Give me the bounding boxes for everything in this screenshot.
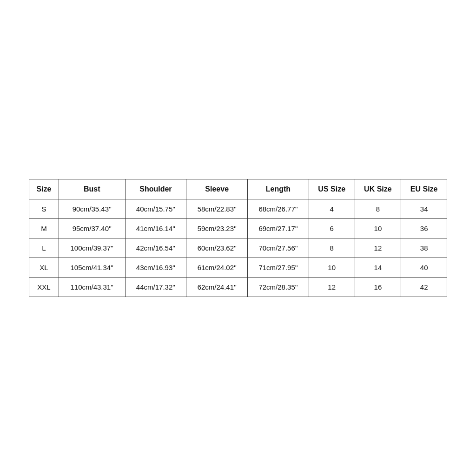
table-row: L100cm/39.37''42cm/16.54''60cm/23.62''70… bbox=[29, 238, 447, 258]
cell-uk-size: 14 bbox=[355, 258, 401, 278]
cell-sleeve: 58cm/22.83'' bbox=[186, 199, 248, 219]
header-bust: Bust bbox=[59, 179, 125, 199]
cell-bust: 90cm/35.43'' bbox=[59, 199, 125, 219]
cell-bust: 100cm/39.37'' bbox=[59, 238, 125, 258]
cell-sleeve: 60cm/23.62'' bbox=[186, 238, 248, 258]
cell-us-size: 10 bbox=[309, 258, 355, 278]
cell-shoulder: 40cm/15.75'' bbox=[125, 199, 186, 219]
cell-size: L bbox=[29, 238, 59, 258]
table-row: XXL110cm/43.31''44cm/17.32''62cm/24.41''… bbox=[29, 278, 447, 297]
table-row: M95cm/37.40''41cm/16.14''59cm/23.23''69c… bbox=[29, 219, 447, 238]
cell-length: 72cm/28.35'' bbox=[248, 278, 309, 297]
header-us-size: US Size bbox=[309, 179, 355, 199]
table-row: XL105cm/41.34''43cm/16.93''61cm/24.02''7… bbox=[29, 258, 447, 278]
cell-us-size: 8 bbox=[309, 238, 355, 258]
cell-bust: 110cm/43.31'' bbox=[59, 278, 125, 297]
table-row: S90cm/35.43''40cm/15.75''58cm/22.83''68c… bbox=[29, 199, 447, 219]
header-uk-size: UK Size bbox=[355, 179, 401, 199]
header-sleeve: Sleeve bbox=[186, 179, 248, 199]
cell-size: XXL bbox=[29, 278, 59, 297]
cell-size: M bbox=[29, 219, 59, 238]
header-shoulder: Shoulder bbox=[125, 179, 186, 199]
cell-uk-size: 12 bbox=[355, 238, 401, 258]
cell-us-size: 12 bbox=[309, 278, 355, 297]
cell-shoulder: 41cm/16.14'' bbox=[125, 219, 186, 238]
cell-sleeve: 62cm/24.41'' bbox=[186, 278, 248, 297]
cell-length: 71cm/27.95'' bbox=[248, 258, 309, 278]
cell-us-size: 4 bbox=[309, 199, 355, 219]
cell-uk-size: 8 bbox=[355, 199, 401, 219]
cell-bust: 105cm/41.34'' bbox=[59, 258, 125, 278]
cell-size: XL bbox=[29, 258, 59, 278]
cell-shoulder: 43cm/16.93'' bbox=[125, 258, 186, 278]
header-eu-size: EU Size bbox=[401, 179, 447, 199]
cell-sleeve: 61cm/24.02'' bbox=[186, 258, 248, 278]
header-length: Length bbox=[248, 179, 309, 199]
cell-eu-size: 36 bbox=[401, 219, 447, 238]
cell-eu-size: 34 bbox=[401, 199, 447, 219]
cell-length: 68cm/26.77'' bbox=[248, 199, 309, 219]
cell-uk-size: 10 bbox=[355, 219, 401, 238]
cell-us-size: 6 bbox=[309, 219, 355, 238]
cell-length: 70cm/27.56'' bbox=[248, 238, 309, 258]
cell-size: S bbox=[29, 199, 59, 219]
cell-eu-size: 42 bbox=[401, 278, 447, 297]
size-chart-table: Size Bust Shoulder Sleeve Length US Size… bbox=[29, 179, 447, 297]
cell-shoulder: 42cm/16.54'' bbox=[125, 238, 186, 258]
cell-sleeve: 59cm/23.23'' bbox=[186, 219, 248, 238]
cell-bust: 95cm/37.40'' bbox=[59, 219, 125, 238]
cell-eu-size: 40 bbox=[401, 258, 447, 278]
cell-uk-size: 16 bbox=[355, 278, 401, 297]
cell-length: 69cm/27.17'' bbox=[248, 219, 309, 238]
cell-eu-size: 38 bbox=[401, 238, 447, 258]
header-size: Size bbox=[29, 179, 59, 199]
size-chart-container: Size Bust Shoulder Sleeve Length US Size… bbox=[29, 179, 447, 297]
cell-shoulder: 44cm/17.32'' bbox=[125, 278, 186, 297]
table-header-row: Size Bust Shoulder Sleeve Length US Size… bbox=[29, 179, 447, 199]
